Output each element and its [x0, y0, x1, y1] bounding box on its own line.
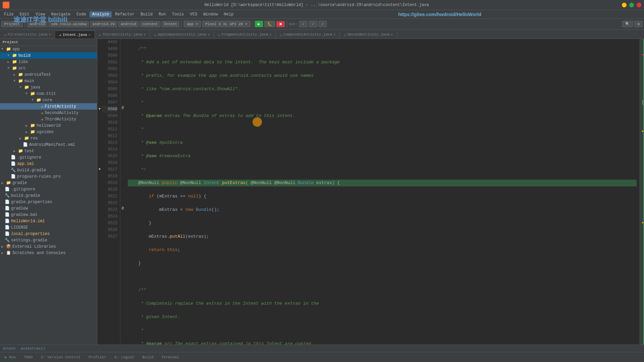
tree-item-localprops[interactable]: 📄 local.properties	[0, 231, 97, 237]
tree-item-comttit[interactable]: ▼ 📁 com.ttit	[0, 90, 97, 97]
tooltip-bubble	[253, 117, 262, 127]
tree-item-androidtest[interactable]: ▶ 📁 androidTest	[0, 71, 97, 78]
tab-componentactivity[interactable]: ☕ ComponentActivity.java ✕	[276, 31, 340, 39]
tab-build[interactable]: Build	[139, 355, 157, 360]
menu-tools[interactable]: Tools	[169, 11, 187, 17]
tree-item-gradlewbat[interactable]: 📄 gradlew.bat	[0, 212, 97, 218]
tab-terminal[interactable]: Terminal	[158, 355, 183, 360]
menu-help[interactable]: Help	[221, 11, 236, 17]
tab-profiler[interactable]: Profiler	[85, 355, 110, 360]
menu-run[interactable]: Run	[156, 11, 169, 17]
tree-item-build[interactable]: ▼ 📁 build	[0, 52, 97, 59]
tab-close-appcompat[interactable]: ✕	[208, 33, 210, 37]
tree-item-gitignore-app[interactable]: 📄 .gitignore	[0, 154, 97, 161]
tab-close-intent[interactable]: ✕	[89, 33, 91, 37]
project-button[interactable]: Project	[1, 21, 23, 27]
tab-logcat[interactable]: 6: Logcat	[111, 355, 138, 360]
tree-item-java[interactable]: ▼ 📁 java	[0, 84, 97, 90]
menu-view[interactable]: View	[33, 11, 48, 17]
tab-close-firstactivity[interactable]: ✕	[49, 33, 51, 37]
line-numbers: 9498 9499 9500 9501 9502 9503 9504 9505 …	[102, 39, 120, 345]
tree-item-androidmanifest[interactable]: 📄 AndroidManifest.xml	[0, 141, 97, 148]
path-intent[interactable]: Intent	[162, 21, 180, 27]
window-controls	[622, 3, 641, 7]
tree-item-firstactivity[interactable]: ☕ FirstActivity	[0, 103, 97, 110]
window-title: HelloWorld [D:\workspace\titt\HelloWorld…	[11, 3, 622, 7]
close-button[interactable]	[637, 3, 641, 7]
tab-close-secondactivity[interactable]: ✕	[391, 33, 393, 37]
tree-item-helloworld[interactable]: ▶ 📁 helloworld	[0, 122, 97, 129]
tab-close-thirdactivity[interactable]: ✕	[144, 33, 146, 37]
tree-item-secondactivity[interactable]: ☕ SecondActivity	[0, 110, 97, 116]
app-selector[interactable]: app ▾	[184, 21, 201, 27]
menu-file[interactable]: File	[1, 11, 16, 17]
tree-item-thirdactivity[interactable]: ☕ ThirdActivity	[0, 116, 97, 122]
debug-button[interactable]: 🐛	[264, 21, 275, 27]
menu-analyze[interactable]: Analyze	[90, 11, 112, 17]
project-sidebar: Project ▼ 📁 app ▼ 📁 build ▶ 📁 libs ▼ 📁 s…	[0, 39, 97, 345]
tree-item-test[interactable]: ▶ 📁 test	[0, 148, 97, 154]
tab-version-control[interactable]: 2: Version Control	[37, 355, 84, 360]
tree-item-gradle[interactable]: ▶ 📁 gradle	[0, 180, 97, 186]
path-android2[interactable]: android	[118, 21, 139, 27]
tab-close-componentactivity[interactable]: ✕	[333, 33, 335, 37]
menu-vcs[interactable]: VCS	[187, 11, 200, 17]
tree-item-src[interactable]: ▼ 📁 src	[0, 65, 97, 71]
tree-item-proguard[interactable]: 📄 proguard-rules.pro	[0, 173, 97, 180]
menubar: File Edit View Navigate Code Analyze Ref…	[0, 10, 644, 19]
tab-thirdactivity[interactable]: ☕ ThirdActivity.java ✕	[95, 31, 150, 39]
tree-item-buildgradle-app[interactable]: 🔧 build.gradle	[0, 167, 97, 173]
tab-secondactivity[interactable]: ☕ SecondActivity.java ✕	[340, 31, 397, 39]
tree-item-scratches[interactable]: ▶ 📋 Scratches and Consoles	[0, 250, 97, 256]
minimize-button[interactable]	[622, 3, 627, 7]
tab-run[interactable]: ▶ Run	[1, 354, 19, 360]
path-sdk[interactable]: sdk.tools-window	[49, 21, 89, 27]
tree-item-xgvideo[interactable]: ▶ 📁 xgvideo	[0, 129, 97, 135]
menu-refactor[interactable]: Refactor	[112, 11, 137, 17]
menu-code[interactable]: Code	[74, 11, 89, 17]
git-check3[interactable]: ✓	[319, 21, 327, 27]
tree-item-gitignore-root[interactable]: 📄 .gitignore	[0, 186, 97, 192]
device-selector[interactable]: Pixel 3 XL API 29 ▾	[202, 21, 250, 27]
git-check[interactable]: ✓	[299, 21, 308, 27]
tab-intent[interactable]: ☕ Intent.java ✕	[55, 31, 95, 39]
tree-item-res[interactable]: ▶ 📁 res	[0, 135, 97, 141]
url-watermark: https://gitee.com/hwdroid/HelloWorld	[237, 12, 643, 17]
tree-item-app[interactable]: ▼ 📁 app	[0, 46, 97, 52]
toolbar-sep-3	[253, 21, 253, 27]
menu-edit[interactable]: Edit	[17, 11, 32, 17]
maximize-button[interactable]	[629, 3, 634, 7]
tab-appcompat[interactable]: ☕ AppCompatActivity.java ✕	[150, 31, 214, 39]
tree-item-gradleprops[interactable]: 📄 gradle.properties	[0, 199, 97, 205]
path-content[interactable]: content	[140, 21, 160, 27]
breadcrumb-intent[interactable]: Intent	[3, 347, 16, 351]
search-button[interactable]: 🔍	[622, 21, 633, 27]
path-android[interactable]: android	[27, 21, 47, 27]
settings-button[interactable]: ⚙	[634, 21, 643, 27]
breadcrumb-method[interactable]: putExtras()	[21, 347, 45, 351]
tree-item-core[interactable]: ▼ 📁 core	[0, 97, 97, 103]
tab-fragmentactivity[interactable]: ☕ FragmentActivity.java ✕	[214, 31, 276, 39]
path-android29[interactable]: android-29	[90, 21, 117, 27]
tab-close-fragmentactivity[interactable]: ✕	[269, 33, 271, 37]
tree-item-libs[interactable]: ▶ 📁 libs	[0, 59, 97, 65]
code-text[interactable]: /** * Add a set of extended data to the …	[125, 39, 639, 345]
tree-item-appiml[interactable]: 📄 app.iml	[0, 161, 97, 167]
tree-item-external-libs[interactable]: ▶ 📦 External Libraries	[0, 243, 97, 250]
tree-item-main[interactable]: ▼ 📁 main	[0, 78, 97, 84]
tree-item-settingsgradle[interactable]: 🔧 settings.gradle	[0, 237, 97, 243]
tree-item-helloworldiml[interactable]: 📄 HelloWorld.iml	[0, 218, 97, 224]
tab-firstactivity[interactable]: ☕ FirstActivity.java ✕	[0, 31, 55, 39]
tree-item-gradlew[interactable]: 📄 gradlew	[0, 205, 97, 212]
main-area: Project ▼ 📁 app ▼ 📁 build ▶ 📁 libs ▼ 📁 s…	[0, 39, 644, 345]
toolbar-sep-4	[287, 21, 287, 27]
git-check2[interactable]: ✓	[309, 21, 317, 27]
stop-button[interactable]: ■	[276, 21, 285, 27]
tab-todo[interactable]: TODO	[20, 355, 36, 360]
menu-build[interactable]: Build	[138, 11, 155, 17]
menu-navigate[interactable]: Navigate	[48, 11, 73, 17]
tree-item-license[interactable]: 📄 LICENSE	[0, 224, 97, 231]
tree-item-buildgradle-root[interactable]: 🔧 build.gradle	[0, 192, 97, 199]
run-button[interactable]: ▶	[255, 21, 263, 27]
menu-window[interactable]: Window	[201, 11, 220, 17]
